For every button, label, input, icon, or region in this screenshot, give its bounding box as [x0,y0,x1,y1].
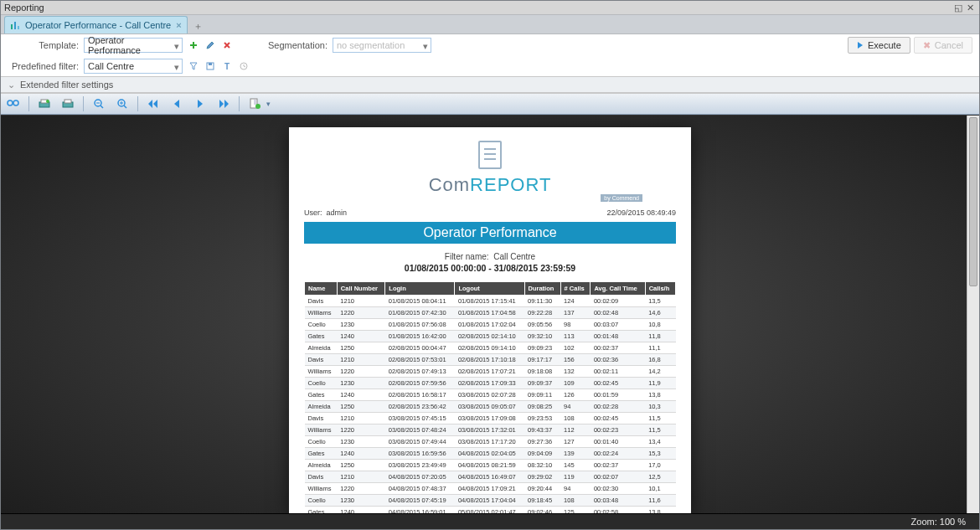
next-page-button[interactable] [191,95,209,112]
filter-save-button[interactable] [204,60,216,72]
table-cell: 1220 [337,307,385,319]
table-cell: 126 [560,389,591,401]
table-cell: 145 [560,460,591,471]
table-cell: 04/08/2015 16:59:01 [385,507,455,514]
table-cell: Coello [305,436,338,448]
table-row: Coello123004/08/2015 07:45:1904/08/2015 … [305,495,676,507]
table-cell: 13,4 [645,436,675,448]
close-icon[interactable]: ✕ [964,3,976,13]
add-tab-button[interactable]: ＋ [191,18,206,33]
table-cell: 00:02:30 [591,483,645,495]
status-bar: Zoom: 100 % [1,513,979,529]
table-cell: 14,6 [645,307,675,319]
table-row: Gates124001/08/2015 16:42:0002/08/2015 0… [305,331,676,342]
segmentation-dropdown[interactable]: no segmentation ▾ [333,38,431,53]
table-cell: 11,5 [645,413,675,425]
table-cell: 1210 [337,471,385,483]
table-cell: Williams [305,366,338,378]
scrollbar-thumb[interactable] [969,117,977,286]
table-cell: 03/08/2015 07:45:15 [385,413,455,425]
date-range: 01/08/2015 00:00:00 - 31/08/2015 23:59:5… [304,263,676,273]
extended-filter-toggle[interactable]: ⌄ Extended filter settings [1,76,979,93]
report-viewer: ▾ ComREPORT by Commend User: admin 22/09… [1,94,979,529]
filter-funnel-button[interactable] [188,60,199,72]
app-window: Reporting ◱ ✕ Operator Performance - Cal… [0,0,980,530]
table-row: Almeida125002/08/2015 00:04:4702/08/2015… [305,342,676,354]
export-button[interactable] [245,95,264,112]
table-cell: 1220 [337,483,385,495]
table-cell: 03/08/2015 09:05:07 [455,401,524,413]
table-cell: 11,5 [645,425,675,436]
table-cell: 132 [560,366,591,378]
table-cell: 00:02:48 [591,307,645,319]
quick-print-button[interactable] [59,95,77,112]
page-stage: ComREPORT by Commend User: admin 22/09/2… [1,115,979,513]
report-table: NameCall NumberLoginLogoutDuration# Call… [304,281,676,513]
table-cell: 02/08/2015 02:14:10 [455,331,524,342]
table-cell: 00:03:48 [591,495,645,507]
table-cell: 109 [560,378,591,389]
table-cell: 09:09:11 [524,389,560,401]
col-header: Duration [524,282,560,296]
svg-rect-4 [209,63,212,65]
table-cell: Gates [305,389,338,401]
table-cell: Davis [305,413,338,425]
logo-com: Com [429,174,470,195]
edit-template-button[interactable] [204,39,216,51]
table-cell: 12,5 [645,471,675,483]
table-row: Davis121003/08/2015 07:45:1503/08/2015 1… [305,413,676,425]
add-template-button[interactable] [188,39,199,51]
tab-close-icon[interactable]: × [176,20,181,30]
table-row: Coello123001/08/2015 07:56:0801/08/2015 … [305,319,676,331]
col-header: Avg. Call Time [591,282,645,296]
table-cell: 00:02:37 [591,460,645,471]
table-row: Coello123002/08/2015 07:59:5602/08/2015 … [305,378,676,389]
template-dropdown[interactable]: Operator Performance ▾ [84,38,183,53]
table-row: Williams122002/08/2015 07:49:1302/08/201… [305,366,676,378]
col-header: Call Number [337,282,385,296]
tab-label: Operator Performance - Call Centre [25,20,171,30]
table-cell: 02/08/2015 07:49:13 [385,366,455,378]
restore-icon[interactable]: ◱ [952,3,964,13]
table-row: Davis121002/08/2015 07:53:0102/08/2015 1… [305,354,676,366]
filtername-label: Filter name: [445,252,489,261]
table-cell: 1220 [337,366,385,378]
cancel-x-icon: ✖ [923,40,931,51]
table-cell: 127 [560,436,591,448]
table-cell: 15,3 [645,448,675,460]
tab-operator-performance[interactable]: Operator Performance - Call Centre × [4,16,188,33]
segmentation-label: Segmentation: [268,40,328,50]
table-cell: 01/08/2015 17:04:58 [455,307,524,319]
table-cell: 11,9 [645,378,675,389]
filter-dropdown[interactable]: Call Centre ▾ [84,59,183,74]
table-cell: 00:02:09 [591,296,645,307]
last-page-button[interactable] [214,95,233,112]
logo-report: REPORT [470,174,551,195]
table-cell: 00:02:37 [591,342,645,354]
prev-page-button[interactable] [168,95,186,112]
table-cell: 1210 [337,413,385,425]
first-page-button[interactable] [144,95,162,112]
chevron-down-icon: ▾ [174,41,179,52]
table-cell: 1240 [337,331,385,342]
table-cell: Almeida [305,460,338,471]
user-value: admin [327,208,348,217]
zoom-in-button[interactable] [113,95,132,112]
vertical-scrollbar[interactable] [967,116,979,513]
filter-text-button[interactable]: T [221,60,233,72]
chevron-down-icon[interactable]: ▾ [266,100,271,108]
table-cell: 1250 [337,460,385,471]
table-cell: Williams [305,483,338,495]
filtername-value: Call Centre [493,252,535,261]
segmentation-placeholder: no segmentation [337,40,405,50]
filter-history-button[interactable] [238,60,250,72]
print-button[interactable] [35,95,54,112]
table-cell: 00:02:36 [591,354,645,366]
delete-template-button[interactable] [221,39,233,51]
find-button[interactable] [4,95,23,112]
execute-button[interactable]: Execute [848,37,910,54]
zoom-out-button[interactable] [90,95,108,112]
table-cell: Williams [305,425,338,436]
table-cell: 00:01:59 [591,389,645,401]
table-cell: 00:01:40 [591,436,645,448]
